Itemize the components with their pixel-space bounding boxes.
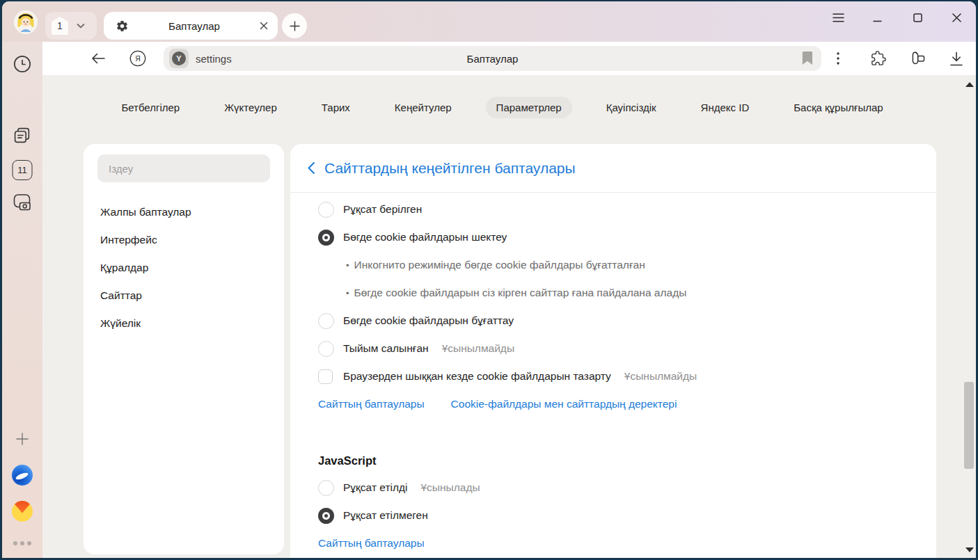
radio-icon[interactable] — [318, 480, 334, 496]
tab-downloads[interactable]: Жүктеулер — [214, 97, 287, 118]
kebab-menu-icon — [837, 52, 839, 65]
address-bar-page-title: Баптаулар — [164, 46, 821, 71]
tab-other-devices[interactable]: Басқа құрылғылар — [783, 97, 893, 118]
option-label: Бөгде cookie файлдарын бұғаттау — [343, 314, 514, 327]
toolbar: Я Y settings Баптаулар — [42, 42, 976, 75]
desktop: 1 Баптаулар — [0, 0, 978, 560]
close-icon — [952, 13, 961, 22]
minimize-icon — [873, 13, 882, 22]
avatar-girl-icon — [14, 10, 38, 34]
downloads-button[interactable] — [948, 50, 965, 67]
browser-side-rail: 11 — [2, 42, 42, 558]
hamburger-icon — [833, 13, 844, 22]
tab-bookmarks[interactable]: Бетбелгілер — [111, 97, 190, 118]
notes-icon — [13, 127, 31, 145]
yandex-home-button[interactable]: Я — [129, 50, 146, 67]
browser-tab-settings[interactable]: Баптаулар — [104, 12, 278, 40]
radio-icon[interactable] — [318, 202, 334, 218]
tab-history[interactable]: Тарих — [311, 97, 361, 118]
chevron-down-icon[interactable] — [77, 23, 85, 29]
download-icon — [949, 51, 963, 66]
tab-group-button[interactable]: 1 — [45, 12, 97, 40]
option-label: Тыйым салынған — [343, 342, 429, 355]
scroll-up-icon[interactable] — [965, 82, 974, 87]
address-bar[interactable]: Y settings Баптаулар — [164, 46, 821, 71]
option-detail: Инкогнито режимінде бөгде cookie файлдар… — [346, 251, 645, 279]
plus-icon — [290, 21, 300, 31]
screenshot-button[interactable] — [13, 193, 32, 211]
history-button[interactable] — [13, 54, 32, 74]
sidebar-item-system[interactable]: Жүйелік — [100, 310, 141, 337]
back-arrow-icon — [91, 53, 105, 64]
ellipsis-icon — [13, 541, 31, 545]
extensions-button[interactable] — [870, 50, 887, 67]
window-maximize-button[interactable] — [909, 9, 926, 26]
settings-sidebar: Жалпы баптаулар Интерфейс Құралдар Сайтт… — [84, 144, 284, 554]
tab-settings[interactable]: Параметрлер — [486, 97, 572, 118]
scrollbar-thumb[interactable] — [964, 382, 974, 469]
option-hint: Ұсынылмайды — [624, 370, 697, 383]
sidebar-item-tools[interactable]: Құралдар — [100, 254, 148, 282]
window-menu-button[interactable] — [830, 9, 846, 26]
option-label: Рұқсат етілді — [343, 481, 408, 494]
window-minimize-button[interactable] — [869, 9, 885, 26]
site-settings-link[interactable]: Сайттың баптаулары — [318, 537, 425, 550]
settings-page: Бетбелгілер Жүктеулер Тарих Кеңейтулер П… — [42, 75, 976, 558]
toolbar-more-button[interactable] — [830, 50, 846, 67]
sidebar-item-sites[interactable]: Сайттар — [100, 282, 142, 310]
scroll-down-icon[interactable] — [965, 547, 974, 552]
option-label: Бөгде cookie файлдарын шектеу — [343, 231, 507, 243]
option-detail: Бөгде cookie файлдарын сіз кірген сайтта… — [346, 279, 686, 307]
browser-window: 1 Баптаулар — [2, 1, 976, 558]
new-tab-button[interactable] — [282, 13, 307, 38]
rail-more-button[interactable] — [13, 541, 31, 545]
tab-extensions[interactable]: Кеңейтулер — [384, 97, 462, 118]
radio-option-restrict-third-party[interactable]: Бөгде cookie файлдарын шектеу — [318, 223, 507, 251]
tabs-counter-button[interactable]: 11 — [13, 160, 33, 180]
rail-add-button[interactable] — [16, 433, 29, 445]
collections-button[interactable] — [909, 50, 926, 67]
back-button[interactable] — [90, 50, 107, 67]
window-close-button[interactable] — [948, 9, 965, 26]
radio-icon[interactable] — [318, 341, 334, 357]
tab-counter-badge: 11 — [13, 160, 33, 180]
profile-avatar[interactable] — [14, 10, 38, 34]
notes-button[interactable] — [13, 127, 31, 145]
checkbox-icon[interactable] — [318, 369, 333, 384]
radio-icon[interactable] — [318, 313, 334, 329]
radio-option-block-third-party[interactable]: Бөгде cookie файлдарын бұғаттау — [318, 307, 514, 335]
puzzle-icon — [871, 51, 886, 66]
search-input[interactable] — [97, 154, 270, 182]
page-title: Сайттардың кеңейтілген баптаулары — [324, 160, 576, 177]
sidebar-item-general[interactable]: Жалпы баптаулар — [100, 198, 191, 226]
collections-flag-icon — [909, 51, 926, 66]
option-label: Рұқсат берілген — [343, 203, 422, 216]
radio-selected-icon[interactable] — [318, 508, 334, 524]
yandex-logo-icon: Я — [129, 48, 146, 69]
back-chevron-icon[interactable] — [307, 161, 315, 175]
yandex-browser-app-button[interactable] — [12, 465, 33, 486]
radio-option-forbidden[interactable]: Тыйым салынған Ұсынылмайды — [318, 335, 514, 362]
javascript-links: Сайттың баптаулары — [318, 529, 425, 557]
cookies-site-data-link[interactable]: Cookie-файлдары мен сайттардың деректері — [451, 398, 677, 410]
scrollbar[interactable] — [963, 75, 976, 558]
plus-icon — [16, 433, 29, 445]
settings-main-panel: Сайттардың кеңейтілген баптаулары Рұқсат… — [290, 144, 936, 558]
radio-option-allowed[interactable]: Рұқсат берілген — [318, 195, 422, 223]
radio-option-js-blocked[interactable]: Рұқсат етілмеген — [318, 502, 428, 529]
yandex-mail-app-button[interactable] — [12, 501, 33, 522]
option-label: Браузерден шыққан кезде cookie файлдарын… — [343, 370, 611, 383]
sidebar-item-interface[interactable]: Интерфейс — [100, 226, 157, 254]
bookmark-icon[interactable] — [802, 51, 813, 65]
tab-yandex-id[interactable]: Яндекс ID — [691, 97, 760, 118]
radio-selected-icon[interactable] — [318, 230, 334, 246]
svg-text:Я: Я — [135, 55, 141, 63]
yandex-browser-logo-icon — [12, 465, 33, 486]
tab-security[interactable]: Қауіпсіздік — [596, 97, 667, 118]
checkbox-clear-cookies-on-exit[interactable]: Браузерден шыққан кезде cookie файлдарын… — [318, 362, 697, 390]
panel-header: Сайттардың кеңейтілген баптаулары — [290, 144, 936, 193]
site-settings-link[interactable]: Сайттың баптаулары — [318, 398, 425, 410]
tab-close-icon[interactable] — [260, 22, 268, 30]
radio-option-js-allowed[interactable]: Рұқсат етілді Ұсынылады — [318, 474, 480, 502]
option-hint: Ұсынылмайды — [442, 342, 514, 355]
